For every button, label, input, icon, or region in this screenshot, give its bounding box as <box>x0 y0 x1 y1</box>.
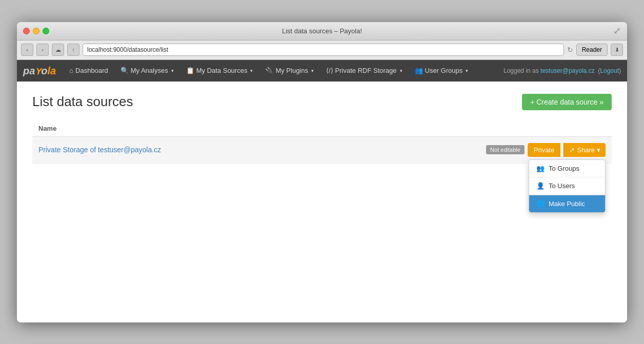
globe-icon <box>536 200 545 208</box>
brand-logo[interactable]: paʏola <box>23 65 56 77</box>
dropdown-to-users[interactable]: To Users <box>529 177 605 195</box>
share-page-icon[interactable]: ↑ <box>67 44 79 56</box>
nav-my-plugins[interactable]: 🔌 My Plugins ▾ <box>260 64 319 77</box>
share-caret-icon: ▾ <box>597 146 600 154</box>
create-datasource-button[interactable]: + Create data source » <box>522 94 612 110</box>
downloads-icon[interactable]: ⬇ <box>611 44 623 56</box>
rdf-caret: ▾ <box>400 68 402 73</box>
nav-private-rdf[interactable]: ⟨/⟩ Private RDF Storage ▾ <box>321 64 408 77</box>
home-icon: ⌂ <box>69 67 73 74</box>
analyses-caret: ▾ <box>171 68 174 73</box>
cloud-icon: ☁ <box>52 44 64 56</box>
nav-my-analyses[interactable]: 🔍 My Analyses ▾ <box>115 64 179 77</box>
reader-button[interactable]: Reader <box>576 44 608 56</box>
fullscreen-icon[interactable]: ⤢ <box>613 25 621 36</box>
navbar: paʏola ⌂ Dashboard 🔍 My Analyses ▾ 📋 My … <box>17 60 627 82</box>
share-icon: ↗ <box>569 146 575 154</box>
nav-my-data-sources[interactable]: 📋 My Data Sources ▾ <box>181 64 258 77</box>
page-header: List data sources + Create data source » <box>32 94 612 110</box>
back-button[interactable]: ‹ <box>21 44 33 56</box>
address-bar: ‹ › ☁ ↑ ↻ Reader ⬇ <box>17 41 627 60</box>
share-dropdown-menu: To Groups To Users Make Public <box>529 159 606 213</box>
title-bar: List data sources – Payola! ⤢ <box>17 22 627 41</box>
usergroups-icon: 👥 <box>415 67 423 74</box>
analyses-icon: 🔍 <box>120 67 129 74</box>
row-actions: Not editable Private ↗ Share ▾ <box>332 143 606 157</box>
nav-user-groups[interactable]: 👥 User Groups ▾ <box>410 64 474 77</box>
main-content: List data sources + Create data source »… <box>17 82 627 322</box>
close-button[interactable] <box>23 28 30 34</box>
dropdown-make-public[interactable]: Make Public <box>529 195 605 212</box>
user-info: Logged in as testuser@payola.cz (Logout) <box>504 67 621 74</box>
share-dropdown-button[interactable]: ↗ Share ▾ <box>564 143 606 157</box>
url-input[interactable] <box>83 44 564 56</box>
dropdown-to-groups[interactable]: To Groups <box>529 160 605 177</box>
groups-icon <box>536 165 545 172</box>
reload-button[interactable]: ↻ <box>567 46 573 54</box>
forward-button[interactable]: › <box>36 44 49 56</box>
datasources-caret: ▾ <box>250 68 253 73</box>
logout-link[interactable]: Logout <box>600 67 619 74</box>
user-email-link[interactable]: testuser@payola.cz <box>540 67 595 74</box>
column-actions <box>326 120 612 137</box>
datasources-table: Name Private Storage of testuser@payola.… <box>32 120 612 164</box>
usergroups-caret: ▾ <box>466 68 468 73</box>
datasources-icon: 📋 <box>186 67 194 74</box>
datasource-actions-cell: Not editable Private ↗ Share ▾ <box>326 136 612 163</box>
private-button[interactable]: Private <box>528 143 560 157</box>
page-title: List data sources <box>32 94 133 110</box>
plugins-icon: 🔌 <box>265 67 273 74</box>
browser-window: List data sources – Payola! ⤢ ‹ › ☁ ↑ ↻ … <box>17 22 627 322</box>
window-title: List data sources – Payola! <box>282 27 362 35</box>
rdf-icon: ⟨/⟩ <box>326 67 333 74</box>
not-editable-badge: Not editable <box>486 145 525 154</box>
table-row: Private Storage of testuser@payola.cz No… <box>32 136 612 163</box>
nav-dashboard[interactable]: ⌂ Dashboard <box>64 64 113 77</box>
column-name: Name <box>32 120 326 137</box>
maximize-button[interactable] <box>43 28 49 34</box>
users-icon <box>536 182 545 190</box>
traffic-lights <box>23 28 49 34</box>
datasource-name-cell: Private Storage of testuser@payola.cz <box>32 136 326 163</box>
plugins-caret: ▾ <box>311 68 314 73</box>
datasource-link[interactable]: Private Storage of testuser@payola.cz <box>38 146 161 154</box>
minimize-button[interactable] <box>33 28 39 34</box>
